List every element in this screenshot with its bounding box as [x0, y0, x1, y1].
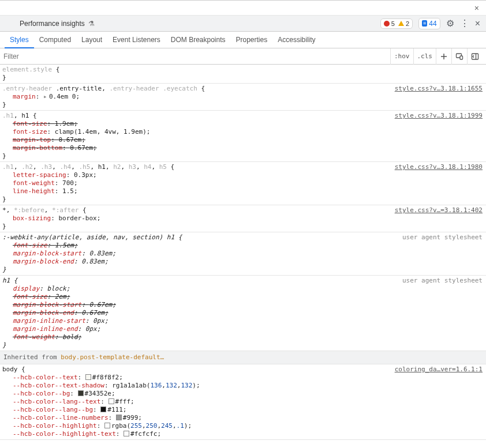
declaration-overridden[interactable]: font-size: 2em;	[2, 293, 484, 301]
kebab-menu-icon[interactable]: ⋮	[460, 18, 469, 29]
close-icon[interactable]: ×	[474, 3, 479, 13]
declaration[interactable]: margin: ▸0.4em 0;	[2, 93, 484, 101]
color-swatch[interactable]	[85, 374, 91, 380]
css-var-name: --hcb-color--highlight	[13, 422, 97, 430]
error-count-value: 5	[391, 20, 395, 27]
rule-h1-fontsize[interactable]: style.css?v…3.18.1:1999 .h1, h1 { font-s…	[0, 111, 486, 162]
hov-toggle[interactable]: :hov	[390, 48, 413, 65]
declaration[interactable]: letter-spacing: 0.3px;	[2, 171, 484, 179]
css-var-value: #fcfcfc	[130, 430, 157, 438]
gear-icon[interactable]: ⚙	[446, 18, 454, 29]
tab-dom-breakpoints[interactable]: DOM Breakpoints	[166, 32, 231, 48]
rule-body-css-vars[interactable]: coloring_da…ver=1.6.1:1 body { --hcb-col…	[0, 364, 486, 440]
source-link[interactable]: coloring_da…ver=1.6.1:1	[395, 366, 483, 374]
tab-properties[interactable]: Properties	[231, 32, 273, 48]
tab-layout[interactable]: Layout	[76, 32, 107, 48]
color-swatch[interactable]	[100, 406, 106, 412]
styles-tabstrip: Styles Computed Layout Event Listeners D…	[0, 32, 486, 48]
declaration[interactable]: display: block;	[2, 285, 484, 293]
declaration[interactable]: --hcb-color--text: #f8f8f2;	[2, 374, 484, 382]
color-swatch[interactable]	[78, 390, 84, 396]
styles-filter-row: :hov .cls	[0, 48, 486, 65]
declaration[interactable]: --hcb-color--bg: #34352e;	[2, 390, 484, 398]
css-var-value: #34352e	[85, 390, 111, 397]
computed-sidebar-toggle-icon[interactable]	[467, 48, 483, 65]
color-swatch[interactable]	[116, 415, 122, 420]
devices-icon	[455, 52, 463, 61]
warning-count: 2	[398, 20, 409, 27]
source-link[interactable]: style.css?v…3.18.1:1980	[395, 163, 483, 171]
filter-tools: :hov .cls	[390, 48, 486, 65]
declaration[interactable]: margin-block-end: 0.83em;	[2, 258, 484, 266]
cls-toggle[interactable]: .cls	[413, 48, 436, 65]
css-var-value: #999	[123, 414, 139, 421]
declaration-overridden[interactable]: margin-block-start: 0.67em;	[2, 301, 484, 309]
issues-badge[interactable]: ≡ 44	[418, 18, 440, 29]
plus-icon	[440, 52, 448, 61]
tab-computed[interactable]: Computed	[34, 32, 76, 48]
source-link[interactable]: style.css?v…3.18.1:1655	[395, 85, 483, 93]
chat-icon: ≡	[422, 20, 427, 27]
rule-headings[interactable]: style.css?v…3.18.1:1980 .h1, .h2, .h3, .…	[0, 162, 486, 205]
css-var-name: --hcb-color--highlight-text	[13, 430, 116, 438]
declaration-overridden[interactable]: font-size: 1.5em;	[2, 242, 484, 250]
source-link[interactable]: style.css?v…=3.18.1:402	[395, 206, 483, 214]
declaration[interactable]: font-weight: 700;	[2, 179, 484, 187]
insights-label: Performance insights	[20, 20, 85, 28]
tab-styles[interactable]: Styles	[5, 32, 34, 48]
source-ua-label: user agent stylesheet	[402, 234, 483, 242]
declaration-overridden[interactable]: margin-block-end: 0.67em;	[2, 309, 484, 317]
color-swatch[interactable]	[109, 398, 114, 404]
declaration[interactable]: --hcb-color--line-numbers: #999;	[2, 414, 484, 422]
source-ua-label: user agent stylesheet	[402, 277, 483, 285]
color-swatch[interactable]	[104, 423, 110, 428]
styles-rule-list[interactable]: element.style { } style.css?v…3.18.1:165…	[0, 65, 486, 448]
insights-status-area: 5 2 ≡ 44 ⚙ ⋮ ×	[380, 18, 480, 29]
close-panel-icon[interactable]: ×	[475, 18, 480, 29]
css-var-name: --hcb-color--bg	[13, 390, 70, 397]
console-error-warning-badge[interactable]: 5 2	[380, 18, 413, 29]
css-var-name: --hcb-color--text-shadow	[13, 382, 104, 389]
css-var-name: --hcb-color--lang--text	[13, 398, 100, 405]
print-media-icon[interactable]	[451, 48, 467, 65]
declaration[interactable]: --hcb-color--lang--bg: #111;	[2, 406, 484, 414]
rule-entry-header[interactable]: style.css?v…3.18.1:1655 .entry-header .e…	[0, 84, 486, 111]
declaration[interactable]: --hcb-color--highlight: rgba(255,250,245…	[2, 422, 484, 430]
declaration[interactable]: box-sizing: border-box;	[2, 214, 484, 223]
css-var-name: --hcb-color--line-numbers	[13, 414, 109, 421]
shorthand-expand-icon[interactable]: ▸	[43, 93, 49, 101]
inherited-from-bar[interactable]: Inherited from body.post-template-defaul…	[0, 351, 486, 364]
declaration[interactable]: line-height: 1.5;	[2, 187, 484, 195]
rule-universal-boxsizing[interactable]: style.css?v…=3.18.1:402 *, *:before, *:a…	[0, 205, 486, 232]
declaration[interactable]: --hcb-color--highlight-text: #fcfcfc;	[2, 430, 484, 438]
declaration[interactable]: margin-inline-end: 0px;	[2, 325, 484, 333]
error-icon	[384, 21, 390, 27]
tab-event-listeners[interactable]: Event Listeners	[107, 32, 166, 48]
declaration-overridden[interactable]: margin-bottom: 0.67em;	[2, 144, 484, 152]
declaration[interactable]: --hcb-color--lang--text: #fff;	[2, 398, 484, 406]
insights-tab[interactable]: Performance insights ⚗	[6, 20, 95, 28]
color-swatch[interactable]	[124, 431, 129, 436]
css-var-name: --hcb-color--text	[13, 374, 78, 381]
declaration[interactable]: margin-inline-start: 0px;	[2, 317, 484, 325]
error-count: 5	[384, 20, 395, 27]
new-style-rule-icon[interactable]	[436, 48, 451, 65]
tab-accessibility[interactable]: Accessibility	[272, 32, 320, 48]
source-link[interactable]: style.css?v…3.18.1:1999	[395, 112, 483, 120]
inherited-label: Inherited from	[3, 353, 61, 361]
declaration[interactable]: font-size: clamp(1.4em, 4vw, 1.9em);	[2, 128, 484, 136]
css-var-value: #fff	[115, 398, 131, 405]
declaration-overridden[interactable]: font-size: 1.9em;	[2, 120, 484, 128]
declaration-overridden[interactable]: margin-top: 0.67em;	[2, 136, 484, 144]
warning-icon	[398, 21, 404, 26]
declaration-overridden[interactable]: font-weight: bold;	[2, 333, 484, 341]
declaration[interactable]: --hcb-color--text-shadow: rg1a1a1ab(136,…	[2, 382, 484, 390]
rule-element-style[interactable]: element.style { }	[0, 65, 486, 84]
css-var-value: #f8f8f2	[92, 374, 119, 381]
styles-filter-input[interactable]	[0, 52, 390, 61]
css-var-name: --hcb-color--lang--bg	[13, 406, 93, 413]
declaration[interactable]: margin-block-start: 0.83em;	[2, 250, 484, 258]
rule-ua-h1[interactable]: user agent stylesheet h1 { display: bloc…	[0, 276, 486, 351]
svg-rect-1	[460, 56, 463, 59]
rule-ua-webkitany-h1[interactable]: user agent stylesheet :-webkit-any(artic…	[0, 232, 486, 276]
